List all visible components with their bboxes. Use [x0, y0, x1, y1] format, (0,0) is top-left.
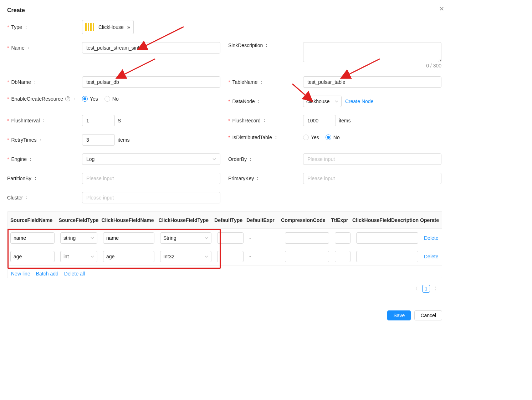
ch-field-type-select[interactable]: Int32 [160, 251, 211, 262]
col-ch-field-name: ClickHouseFieldName [99, 217, 156, 223]
default-expr-text: - [249, 254, 251, 259]
isdistributed-label: *IsDistributedTable： [228, 134, 303, 141]
ch-field-type-select[interactable]: String [160, 232, 211, 244]
datanode-label: *DataNode： [228, 98, 303, 105]
col-source-field-type: SourceFieldType [56, 217, 99, 223]
partitionby-input[interactable] [82, 173, 220, 184]
cancel-button[interactable]: Cancel [414, 310, 442, 320]
ch-field-name-input[interactable] [103, 232, 154, 244]
primarykey-label: PrimaryKey： [228, 175, 303, 182]
orderby-input[interactable] [303, 153, 441, 165]
col-ttl-expr: TtlExpr [328, 217, 349, 223]
engine-select[interactable]: Log [82, 153, 220, 165]
table-row: string String - Delete [7, 229, 442, 247]
flushrecord-input[interactable] [303, 115, 336, 126]
help-icon[interactable]: ? [65, 96, 70, 101]
dbname-input[interactable] [82, 76, 220, 88]
type-selector[interactable]: ClickHouse » [82, 20, 134, 34]
sink-description-label: SinkDescription： [228, 42, 303, 49]
name-input[interactable] [82, 42, 220, 54]
source-field-name-input[interactable] [10, 251, 55, 262]
flushinterval-unit: S [118, 118, 121, 123]
col-compression-code: CompressionCode [278, 217, 328, 223]
retrytimes-input[interactable] [82, 134, 115, 146]
col-ch-field-type: ClickHouseFieldType [156, 217, 212, 223]
name-label: *Name： [7, 45, 82, 51]
flushinterval-label: *FlushInterval： [7, 117, 82, 124]
sink-description-input[interactable] [303, 42, 441, 62]
radio-dist-yes[interactable]: Yes [303, 135, 319, 140]
delete-row-link[interactable]: Delete [424, 235, 438, 241]
type-label: *Type： [7, 24, 82, 30]
orderby-label: OrderBy： [228, 156, 303, 162]
clickhouse-icon [85, 23, 95, 31]
table-header: SourceFieldName SourceFieldType ClickHou… [7, 212, 442, 229]
default-expr-text: - [249, 235, 251, 241]
source-field-type-select[interactable]: string [60, 232, 97, 244]
col-default-type: DefaultType [211, 217, 244, 223]
ttl-expr-input[interactable] [335, 251, 351, 262]
save-button[interactable]: Save [387, 310, 411, 320]
default-type-input[interactable] [217, 251, 244, 262]
col-source-field-name: SourceFieldName [7, 217, 56, 223]
ttl-expr-input[interactable] [335, 232, 351, 244]
delete-all-link[interactable]: Delete all [64, 271, 85, 277]
default-type-input[interactable] [217, 232, 244, 244]
datanode-select[interactable]: clickhouse [303, 96, 342, 107]
delete-row-link[interactable]: Delete [424, 254, 438, 259]
table-row: int Int32 - Delete [7, 247, 442, 266]
batch-add-link[interactable]: Batch add [36, 271, 58, 277]
dbname-label: *DbName： [7, 79, 82, 85]
compression-code-input[interactable] [285, 251, 329, 262]
primarykey-input[interactable] [303, 173, 441, 184]
source-field-name-input[interactable] [10, 232, 55, 244]
flushrecord-unit: items [339, 118, 351, 123]
source-field-type-select[interactable]: int [60, 251, 97, 262]
partitionby-label: PartitionBy： [7, 175, 82, 182]
col-operate: Operate [417, 217, 442, 223]
create-node-link[interactable]: Create Node [345, 98, 373, 104]
cluster-input[interactable] [82, 192, 220, 203]
engine-label: *Engine： [7, 156, 82, 162]
radio-dist-no[interactable]: No [326, 135, 340, 140]
tablename-label: *TableName： [228, 79, 303, 85]
pager-page-1[interactable]: 1 [422, 285, 430, 293]
enable-create-resource-radio[interactable]: Yes No [82, 96, 119, 102]
enable-create-resource-label: *EnableCreateResource ?： [7, 96, 82, 102]
char-counter: 0 / 300 [303, 63, 441, 69]
new-line-link[interactable]: New line [11, 271, 30, 277]
chevron-down-icon [213, 157, 216, 161]
close-icon[interactable]: ✕ [439, 5, 444, 13]
retrytimes-unit: items [118, 137, 129, 143]
radio-no[interactable]: No [104, 96, 119, 102]
col-ch-field-desc: ClickHouseFieldDescription [349, 217, 417, 223]
ch-field-desc-input[interactable] [356, 251, 418, 262]
radio-yes[interactable]: Yes [82, 96, 98, 102]
compression-code-input[interactable] [285, 232, 329, 244]
flushinterval-input[interactable] [82, 115, 115, 126]
type-value: ClickHouse [98, 24, 124, 30]
pager-prev[interactable]: 〈 [411, 285, 419, 293]
page-title: Create [7, 7, 442, 14]
col-default-expr: DefaultExpr [244, 217, 278, 223]
tablename-input[interactable] [303, 76, 441, 88]
retrytimes-label: *RetryTimes： [7, 137, 82, 143]
flushrecord-label: *FlushRecord： [228, 117, 303, 124]
pager: 〈 1 〉 [7, 285, 442, 293]
ch-field-desc-input[interactable] [356, 232, 418, 244]
cluster-label: Cluster： [7, 194, 82, 201]
chevron-right-icon: » [127, 24, 129, 30]
isdistributed-radio[interactable]: Yes No [303, 135, 340, 140]
pager-next[interactable]: 〉 [433, 285, 441, 293]
chevron-down-icon [335, 100, 338, 103]
fields-table: SourceFieldName SourceFieldType ClickHou… [7, 211, 442, 278]
ch-field-name-input[interactable] [103, 251, 154, 262]
